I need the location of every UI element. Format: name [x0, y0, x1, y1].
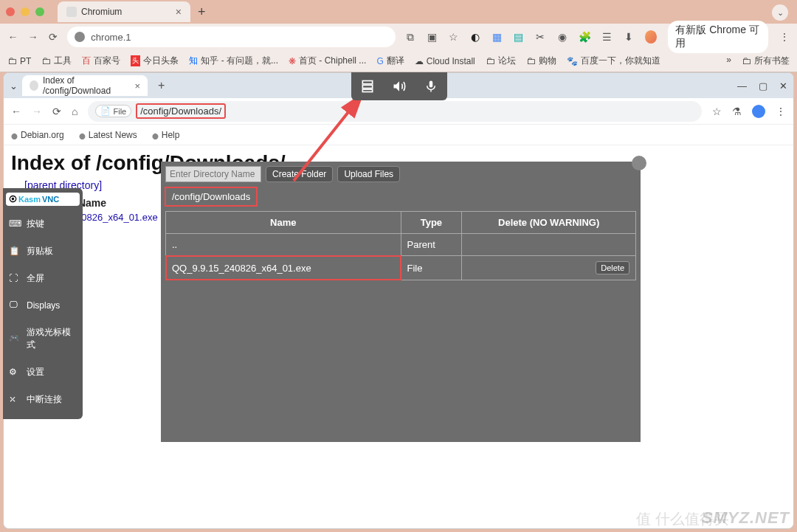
bookmark-link[interactable]: ❋首页 - Chiphell ... [289, 55, 366, 67]
bookmark-link[interactable]: Latest News [79, 130, 137, 140]
kasmvnc-sidebar: ⦿KasmVNC ⌨按键 📋剪贴板 ⛶全屏 🖵Displays 🎮游戏光标模式 … [3, 188, 83, 419]
extension-icon[interactable]: ▦ [491, 31, 502, 43]
audio-icon[interactable] [392, 79, 407, 94]
all-bookmarks-button[interactable]: 所有书签 [742, 55, 790, 67]
vnc-float-toolbar [351, 72, 447, 100]
file-transfer-icon[interactable] [360, 79, 375, 94]
download-icon[interactable]: ⬇ [624, 31, 634, 43]
minimize-window-button[interactable] [21, 7, 30, 16]
close-icon[interactable]: ✕ [779, 80, 787, 91]
menu-button[interactable]: ⋮ [776, 106, 786, 117]
file-scheme-chip: 📄 File [95, 105, 131, 117]
col-name: Name [166, 212, 401, 234]
favicon-icon [30, 80, 38, 91]
star-icon[interactable]: ☆ [448, 31, 458, 43]
svg-line-4 [294, 94, 362, 181]
maximize-window-button[interactable] [35, 7, 44, 16]
sidebar-item-keys[interactable]: ⌨按键 [3, 210, 83, 238]
svg-rect-3 [429, 81, 433, 88]
svg-rect-2 [362, 89, 372, 91]
watermark: SMYZ.NET [702, 508, 790, 528]
sidebar-item-clipboard[interactable]: 📋剪贴板 [3, 238, 83, 265]
kasmvnc-logo: ⦿KasmVNC [6, 193, 80, 206]
col-delete: Delete (NO WARNING) [462, 212, 636, 234]
bookmark-link[interactable]: G翻译 [376, 55, 404, 67]
bookmark-folder[interactable]: 工具 [41, 55, 72, 67]
forward-button[interactable]: → [27, 31, 38, 43]
inner-browser-tab[interactable]: Index of /config/Download × [22, 75, 148, 96]
site-info-icon[interactable] [75, 32, 85, 42]
bookmark-link[interactable]: Debian.org [11, 130, 64, 140]
bookmark-link[interactable]: 头今日头条 [131, 55, 179, 67]
new-tab-button[interactable]: + [198, 4, 206, 20]
list-icon[interactable]: ☰ [601, 31, 612, 43]
close-window-button[interactable] [6, 7, 15, 16]
annotation-arrow [290, 89, 371, 184]
tab-title: Chromium [81, 7, 122, 17]
extension-icon[interactable]: ◐ [470, 31, 480, 43]
sidebar-item-disconnect[interactable]: ⤫中断连接 [3, 386, 83, 413]
table-row[interactable]: QQ_9.9.15_240826_x64_01.exe File Delete [166, 256, 636, 280]
bookmark-folder[interactable]: 论坛 [486, 55, 516, 67]
tab-dropdown-button[interactable]: ⌄ [772, 4, 788, 21]
star-icon[interactable]: ☆ [712, 106, 722, 117]
reload-button[interactable]: ⟳ [52, 106, 61, 117]
inner-menu-chevron[interactable]: ⌄ [10, 80, 18, 91]
delete-button[interactable]: Delete [596, 261, 629, 274]
extension-icon[interactable]: ◉ [557, 31, 567, 43]
window-controls [6, 7, 44, 16]
inner-bookmarks-bar: Debian.org Latest News Help [4, 125, 793, 145]
file-type: File [401, 256, 462, 280]
extension-icon[interactable]: ✂ [535, 31, 545, 43]
back-button[interactable]: ← [11, 106, 21, 117]
close-modal-button[interactable] [632, 156, 646, 170]
menu-button[interactable]: ⋮ [779, 31, 790, 43]
favicon-icon [66, 7, 77, 17]
sidebar-item-displays[interactable]: 🖵Displays [3, 292, 83, 319]
labs-icon[interactable]: ⚗ [732, 106, 742, 117]
inner-tab-title: Index of /config/Download [43, 75, 130, 96]
new-tab-button[interactable]: + [158, 79, 165, 92]
sidebar-item-fullscreen[interactable]: ⛶全屏 [3, 265, 83, 292]
profile-icon[interactable] [752, 105, 765, 118]
reload-button[interactable]: ⟳ [47, 31, 58, 43]
bookmark-link[interactable]: 知知乎 - 有问题，就... [189, 55, 278, 67]
address-bar[interactable]: chrome.1 [67, 27, 396, 47]
outer-bookmarks-bar: PT 工具 百百家号 头今日头条 知知乎 - 有问题，就... ❋首页 - Ch… [0, 50, 797, 72]
extension-icon[interactable]: ▤ [514, 31, 524, 43]
col-type: Type [401, 212, 462, 234]
screenshot-icon[interactable]: ⧉ [404, 31, 415, 43]
bookmark-link[interactable]: Help [152, 130, 180, 140]
puzzle-icon[interactable]: 🧩 [579, 31, 590, 43]
forward-button[interactable]: → [32, 106, 42, 117]
microphone-icon[interactable] [424, 79, 438, 94]
file-table: Name Type Delete (NO WARNING) .. Parent … [165, 211, 636, 280]
bookmark-link[interactable]: 百百家号 [82, 55, 120, 67]
close-tab-icon[interactable]: × [176, 6, 182, 18]
file-type: Parent [401, 234, 462, 256]
table-row[interactable]: .. Parent [166, 234, 636, 256]
overflow-button[interactable]: » [726, 55, 731, 67]
minimize-icon[interactable]: — [737, 80, 747, 91]
file-delete [462, 234, 636, 256]
home-button[interactable]: ⌂ [72, 106, 77, 117]
bookmark-link[interactable]: ☁ Cloud Install [415, 56, 475, 66]
directory-name-input[interactable] [165, 166, 261, 182]
inner-address-bar[interactable]: 📄 File /config/Downloads/ [88, 101, 702, 122]
back-button[interactable]: ← [7, 31, 18, 43]
file-name: .. [166, 234, 401, 256]
bookmark-link[interactable]: 🐾百度一下，你就知道 [567, 55, 660, 67]
profile-avatar[interactable] [645, 30, 657, 44]
url-text: chrome.1 [91, 32, 131, 43]
cast-icon[interactable]: ▣ [427, 31, 437, 43]
maximize-icon[interactable]: ▢ [759, 80, 767, 91]
browser-tab[interactable]: Chromium × [58, 1, 190, 22]
svg-rect-1 [362, 85, 372, 88]
svg-rect-0 [362, 81, 372, 84]
bookmark-folder[interactable]: 购物 [526, 55, 556, 67]
bookmark-folder[interactable]: PT [7, 55, 31, 66]
sidebar-item-settings[interactable]: ⚙设置 [3, 359, 83, 386]
sidebar-item-game-cursor[interactable]: 🎮游戏光标模式 [3, 319, 83, 359]
update-chrome-chip[interactable]: 有新版 Chrome 可用 [668, 21, 767, 53]
close-tab-icon[interactable]: × [134, 80, 140, 91]
